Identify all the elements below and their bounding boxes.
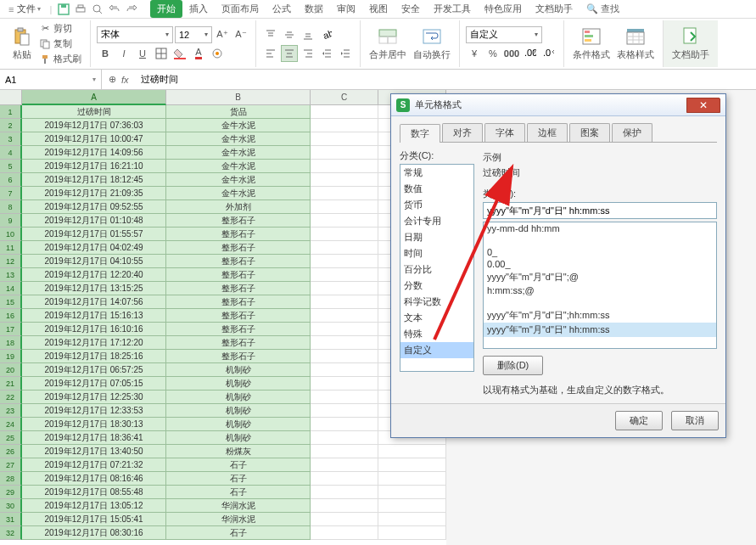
align-right-icon[interactable] [300, 45, 316, 62]
cell[interactable] [311, 445, 378, 458]
row-head[interactable]: 19 [0, 350, 22, 363]
cell[interactable] [311, 119, 378, 132]
dialog-titlebar[interactable]: S 单元格格式 ✕ [391, 94, 725, 116]
category-item[interactable]: 特殊 [400, 326, 473, 342]
fx-icon[interactable]: fx [121, 75, 129, 85]
redo-icon[interactable] [124, 2, 139, 17]
category-list[interactable]: 常规数值货币会计专用日期时间百分比分数科学记数文本特殊自定义 [400, 164, 474, 372]
cell[interactable]: 2019年12月17日 18:25:16 [22, 350, 166, 363]
cell[interactable]: 2019年12月17日 09:52:55 [22, 200, 166, 214]
orientation-icon[interactable]: ab [318, 26, 335, 43]
row-head[interactable]: 24 [0, 418, 22, 431]
cell[interactable]: 整形石子 [166, 228, 311, 241]
row-head[interactable]: 12 [0, 255, 22, 268]
cell[interactable]: 整形石子 [166, 309, 311, 323]
type-item[interactable]: yyyy"年"m"月"d"日";hh:mm:ss [484, 308, 716, 323]
formula-input[interactable]: 过磅时间 [136, 73, 756, 86]
cell[interactable]: 金牛水泥 [166, 173, 311, 187]
name-box[interactable]: ▾ [0, 70, 102, 89]
comma-icon[interactable]: 000 [503, 45, 520, 62]
cell[interactable]: 2019年12月17日 12:25:30 [22, 390, 166, 404]
borders-icon[interactable] [153, 45, 170, 62]
cell[interactable]: 2019年12月17日 15:05:41 [22, 513, 166, 526]
cell[interactable]: 2019年12月17日 08:55:48 [22, 486, 166, 499]
category-item[interactable]: 百分比 [400, 261, 473, 278]
cell[interactable] [311, 377, 378, 390]
cell[interactable]: 机制砂 [166, 377, 311, 390]
cell[interactable]: 2019年12月17日 12:20:40 [22, 268, 166, 282]
ribbon-tab-10[interactable]: 文档助手 [529, 0, 580, 18]
cell[interactable]: 整形石子 [166, 282, 311, 295]
category-item[interactable]: 科学记数 [400, 294, 473, 310]
insert-function-icon[interactable]: ⊕ [109, 74, 116, 85]
type-input[interactable] [483, 202, 717, 219]
cell[interactable] [311, 336, 378, 350]
merge-button[interactable]: 合并居中 [366, 25, 410, 63]
type-item[interactable]: 0_ [484, 246, 716, 258]
row-head[interactable]: 22 [0, 390, 22, 404]
cell[interactable]: 整形石子 [166, 214, 311, 228]
row-head[interactable]: 14 [0, 282, 22, 295]
cell[interactable]: 2019年12月17日 07:36:03 [22, 119, 166, 132]
row-head[interactable]: 23 [0, 404, 22, 418]
cell[interactable]: 2019年12月17日 14:07:56 [22, 295, 166, 309]
ribbon-tab-0[interactable]: 开始 [150, 0, 182, 18]
cell[interactable]: 2019年12月17日 06:57:25 [22, 363, 166, 377]
dialog-tab-1[interactable]: 对齐 [442, 123, 483, 142]
cell[interactable]: 整形石子 [166, 295, 311, 309]
category-item[interactable]: 自定义 [400, 342, 473, 358]
cell[interactable] [378, 445, 446, 458]
cell[interactable]: 机制砂 [166, 431, 311, 445]
cell[interactable]: 2019年12月17日 21:09:35 [22, 187, 166, 200]
cell[interactable]: 外加剂 [166, 200, 311, 214]
category-item[interactable]: 时间 [400, 245, 473, 261]
row-head[interactable]: 25 [0, 431, 22, 445]
category-item[interactable]: 货币 [400, 197, 473, 213]
doc-helper-button[interactable]: 文档助手 [669, 25, 713, 63]
cell[interactable]: 整形石子 [166, 268, 311, 282]
cell[interactable]: 2019年12月17日 04:02:49 [22, 241, 166, 255]
cell[interactable]: 华润水泥 [166, 513, 311, 526]
cell[interactable]: 石子 [166, 486, 311, 499]
cell[interactable] [378, 472, 446, 486]
ok-button[interactable]: 确定 [615, 411, 663, 430]
decrease-indent-icon[interactable] [318, 45, 335, 62]
increase-decimal-icon[interactable]: .00 [522, 45, 539, 62]
cell[interactable] [311, 282, 378, 295]
row-head[interactable]: 2 [0, 119, 22, 132]
cell[interactable]: 2019年12月17日 13:05:12 [22, 499, 166, 513]
category-item[interactable]: 会计专用 [400, 213, 473, 229]
cell[interactable]: 2019年12月17日 18:12:45 [22, 173, 166, 187]
delete-button[interactable]: 删除(D) [483, 356, 543, 375]
row-head[interactable]: 26 [0, 445, 22, 458]
cell[interactable]: 石子 [166, 526, 311, 540]
row-head[interactable]: 31 [0, 513, 22, 526]
row-head[interactable]: 7 [0, 187, 22, 200]
cell[interactable] [378, 499, 446, 513]
cell[interactable] [311, 363, 378, 377]
cell[interactable] [311, 404, 378, 418]
ribbon-tab-5[interactable]: 审阅 [330, 0, 362, 18]
cell[interactable]: 2019年12月17日 16:21:10 [22, 160, 166, 173]
cell[interactable]: 2019年12月17日 07:05:15 [22, 377, 166, 390]
cell[interactable] [378, 458, 446, 472]
cell[interactable]: 金牛水泥 [166, 160, 311, 173]
cell[interactable] [378, 486, 446, 499]
cell[interactable]: 2019年12月17日 07:21:32 [22, 458, 166, 472]
conditional-format-button[interactable]: 条件格式 [569, 25, 613, 63]
ribbon-tab-7[interactable]: 安全 [395, 0, 427, 18]
close-button[interactable]: ✕ [686, 98, 720, 113]
cell[interactable] [378, 526, 446, 540]
cell[interactable]: 整形石子 [166, 336, 311, 350]
cell[interactable] [311, 309, 378, 323]
dialog-tab-4[interactable]: 图案 [569, 123, 610, 142]
ribbon-tab-1[interactable]: 插入 [182, 0, 215, 18]
cell[interactable] [311, 418, 378, 431]
cell[interactable]: 石子 [166, 458, 311, 472]
row-head[interactable]: 16 [0, 309, 22, 323]
cell[interactable]: 2019年12月17日 01:55:57 [22, 228, 166, 241]
row-head[interactable]: 20 [0, 363, 22, 377]
cell[interactable] [311, 390, 378, 404]
cell[interactable]: 过磅时间 [22, 105, 166, 119]
select-all-corner[interactable] [0, 90, 22, 105]
